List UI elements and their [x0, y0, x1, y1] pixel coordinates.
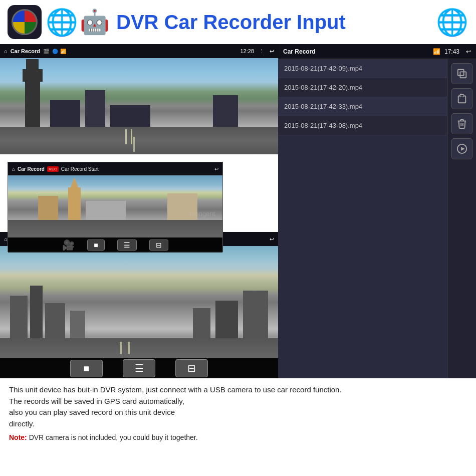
- city-bldg5: [243, 291, 268, 341]
- screenshot-london: ⌂ Car Record 🎬 🔵 📶 12:28 ⋮ ↩: [0, 44, 278, 154]
- ss1-statusbar: ⌂ Car Record 🎬 🔵 📶 12:28 ⋮ ↩: [0, 44, 278, 58]
- svg-rect-3: [460, 95, 463, 97]
- ss2-road: [8, 220, 222, 237]
- files-back-icon[interactable]: ↩: [466, 48, 471, 55]
- ss3-view: [0, 246, 278, 358]
- kremlin-wall1: [38, 196, 58, 223]
- road-marking3: [133, 137, 135, 152]
- ss3-marking1: [120, 342, 122, 354]
- ss1-home-icon: ⌂: [4, 48, 8, 54]
- delete-btn[interactable]: [451, 113, 472, 134]
- note-label: Note:: [9, 433, 27, 441]
- ss1-bt-icon: 🔵: [52, 49, 58, 54]
- ss2-stop-btn[interactable]: ■: [87, 240, 104, 251]
- city-bldg2: [30, 286, 43, 341]
- ss2-view: mongent: [8, 175, 222, 237]
- city-bldg4: [70, 311, 85, 341]
- road-marking1: [125, 129, 127, 144]
- middle-section: ⌂ Car Record 🎬 🔵 📶 12:28 ⋮ ↩: [0, 44, 476, 378]
- road-marking2: [131, 129, 132, 144]
- kremlin-silhouette: [68, 187, 81, 222]
- screenshots-area: ⌂ Car Record 🎬 🔵 📶 12:28 ⋮ ↩: [0, 44, 278, 378]
- globe-left-icon: 🌐: [46, 9, 78, 35]
- ss2-controls: 🎥 ■ ☰ ⊟: [8, 237, 222, 253]
- ss3-road: [0, 338, 278, 358]
- building4: [213, 95, 238, 130]
- ss1-view: [0, 58, 278, 154]
- ss1-menu-icon[interactable]: ⋮: [257, 48, 267, 55]
- file-row[interactable]: 2015-08-21(17-42-20).mp4: [278, 78, 447, 97]
- note-content: DVR camera is not included, you could bu…: [27, 433, 198, 441]
- building2: [85, 90, 105, 130]
- globe-right-icon: 🌐: [436, 9, 468, 35]
- ss2-thumb-btn[interactable]: ⊟: [149, 240, 168, 251]
- ss2-back-icon[interactable]: ↩: [214, 166, 218, 172]
- page-wrapper: 🌐 🤖 DVR Car Recorder Input 🌐 ⌂ Car Recor…: [0, 0, 476, 476]
- ss3-back-icon[interactable]: ↩: [270, 236, 274, 243]
- svg-rect-0: [460, 72, 466, 78]
- ss2-list-btn[interactable]: ☰: [117, 240, 137, 251]
- ss1-thumb-icon: 🎬: [43, 49, 49, 54]
- city-bldg3: [45, 303, 65, 341]
- ss2-video-icon: 🎥: [62, 239, 75, 251]
- file-row[interactable]: 2015-08-21(17-43-08).mp4: [278, 116, 447, 135]
- ss2-statusbar: ⌂ Car Record REC Car Record Start ↩: [8, 162, 222, 175]
- file-row[interactable]: 2015-08-21(17-42-33).mp4: [278, 97, 447, 116]
- ss3-marking2: [128, 342, 130, 354]
- bigben-silhouette: [25, 79, 40, 129]
- ss3-stop-btn[interactable]: ■: [70, 360, 103, 377]
- city-bldg6: [215, 301, 238, 341]
- kremlin-wall3: [167, 193, 197, 223]
- files-statusbar: Car Record 📶 17:43 ↩: [278, 44, 476, 59]
- file-row[interactable]: 2015-08-21(17-42-09).mp4: [278, 59, 447, 78]
- play-btn[interactable]: [451, 138, 472, 159]
- ss1-time: 12:28: [240, 48, 254, 54]
- road: [0, 127, 278, 154]
- files-title: Car Record: [283, 48, 429, 55]
- page-title: DVR Car Recorder Input: [116, 11, 432, 34]
- paste-btn[interactable]: [451, 88, 472, 109]
- side-actions: [447, 59, 476, 378]
- screenshot-moscow: ⌂ Car Record REC Car Record Start ↩: [8, 162, 223, 252]
- ss2-rec-icon: REC: [47, 166, 59, 172]
- robot-icon: 🤖: [80, 10, 110, 34]
- ss2-rec-status: Car Record Start: [61, 166, 99, 172]
- bottom-section: This unit device has buit-in DVR system,…: [0, 378, 476, 476]
- files-area: Car Record 📶 17:43 ↩ 2015-08-21(17-42-09…: [278, 44, 476, 378]
- svg-marker-5: [461, 147, 464, 150]
- watermark: mongent: [189, 210, 215, 217]
- ss3-home-icon: ⌂: [4, 236, 8, 242]
- top-header: 🌐 🤖 DVR Car Recorder Input 🌐: [0, 0, 476, 44]
- ss2-title: Car Record: [18, 166, 45, 172]
- city-bldg7: [193, 308, 210, 341]
- city-bldg1: [10, 296, 28, 341]
- files-time: 17:43: [444, 48, 459, 55]
- description-text: This unit device has buit-in DVR system,…: [9, 384, 467, 429]
- files-list-container: 2015-08-21(17-42-09).mp42015-08-21(17-42…: [278, 59, 476, 378]
- files-wifi-icon: 📶: [433, 48, 440, 55]
- files-list: 2015-08-21(17-42-09).mp42015-08-21(17-42…: [278, 59, 447, 378]
- ss1-back-icon[interactable]: ↩: [270, 48, 274, 55]
- note-text: Note: DVR camera is not included, you co…: [9, 433, 467, 441]
- ss1-wifi-icon: 📶: [60, 49, 66, 54]
- ss3-list-btn[interactable]: ☰: [123, 359, 155, 377]
- copy-btn[interactable]: [451, 63, 472, 84]
- svg-rect-1: [457, 70, 463, 76]
- ss1-title: Car Record: [11, 48, 40, 54]
- app-logo: [8, 5, 42, 39]
- ss3-controls: ■ ☰ ⊟: [0, 358, 278, 378]
- ss2-home-icon: ⌂: [12, 166, 15, 172]
- screenshot-city: ⌂ Car Record REC Car Record St ↩: [0, 232, 278, 378]
- ss3-thumb-btn[interactable]: ⊟: [175, 359, 208, 377]
- building1: [50, 100, 80, 130]
- ss1-icons: 🔵 📶: [52, 49, 237, 54]
